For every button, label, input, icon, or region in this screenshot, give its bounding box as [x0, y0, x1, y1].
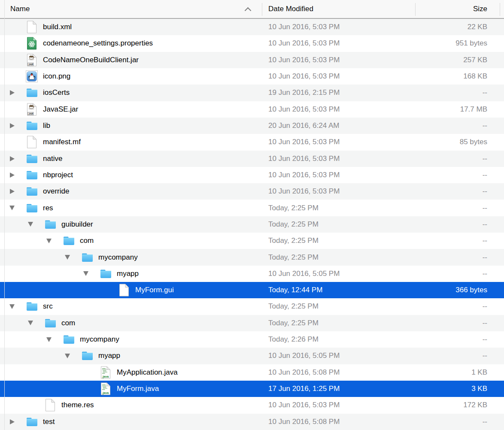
disclosure-triangle-collapsed-icon[interactable]	[9, 156, 26, 161]
file-row[interactable]: res Today, 2:25 PM --	[0, 200, 504, 216]
file-row[interactable]: nbproject 10 Jun 2016, 5:03 PM --	[0, 167, 504, 183]
folder-icon	[81, 349, 93, 363]
disclosure-triangle-expanded-icon[interactable]	[65, 354, 81, 358]
file-name: icon.png	[43, 72, 70, 81]
file-row[interactable]: guibuilder Today, 2:25 PM --	[0, 216, 504, 233]
date-modified: 19 Jun 2016, 2:15 PM	[268, 88, 340, 97]
file-row[interactable]: iosCerts 19 Jun 2016, 2:15 PM --	[0, 85, 504, 101]
file-name: nbproject	[43, 171, 73, 179]
file-name: MyForm.gui	[135, 286, 174, 294]
column-header-size[interactable]: Size	[473, 5, 487, 13]
date-modified: Today, 2:25 PM	[268, 319, 319, 327]
disclosure-triangle-expanded-icon[interactable]	[65, 255, 81, 260]
file-row[interactable]: codenameone_settings.properties 10 Jun 2…	[0, 35, 504, 51]
file-row[interactable]: build.xml 10 Jun 2016, 5:03 PM 22 KB	[0, 19, 504, 35]
file-row[interactable]: override 10 Jun 2016, 5:03 PM --	[0, 183, 504, 200]
file-row[interactable]: mycompany Today, 2:25 PM --	[0, 249, 504, 265]
folder-icon	[26, 185, 38, 198]
disclosure-triangle-expanded-icon[interactable]	[28, 222, 44, 227]
file-row[interactable]: JAR CodeNameOneBuildClient.jar 10 Jun 20…	[0, 52, 504, 68]
disclosure-triangle-collapsed-icon[interactable]	[9, 123, 26, 128]
file-name: test	[43, 418, 55, 426]
file-size: --	[483, 171, 487, 179]
file-row[interactable]: mycompany Today, 2:26 PM --	[0, 331, 504, 348]
date-modified: 10 Jun 2016, 5:08 PM	[268, 368, 340, 377]
disclosure-triangle-expanded-icon[interactable]	[9, 304, 26, 309]
date-modified: 10 Jun 2016, 5:03 PM	[268, 401, 340, 409]
folder-icon	[26, 300, 38, 313]
file-row[interactable]: manifest.mf 10 Jun 2016, 5:03 PM 85 byte…	[0, 134, 504, 150]
column-divider[interactable]	[500, 3, 500, 16]
svg-text:JAR: JAR	[28, 112, 33, 115]
file-row[interactable]: lib 20 Jun 2016, 6:24 AM --	[0, 118, 504, 134]
date-modified: 10 Jun 2016, 5:08 PM	[268, 418, 340, 426]
svg-text:JAR: JAR	[28, 63, 33, 66]
file-name: res	[43, 204, 53, 212]
file-row[interactable]: icon.png 10 Jun 2016, 5:03 PM 168 KB	[0, 68, 504, 85]
file-row[interactable]: test 10 Jun 2016, 5:08 PM --	[0, 414, 504, 430]
disclosure-triangle-expanded-icon[interactable]	[9, 206, 26, 210]
file-size: --	[483, 88, 487, 97]
file-row[interactable]: com Today, 2:25 PM --	[0, 315, 504, 331]
file-name: theme.res	[61, 401, 94, 409]
date-modified: 10 Jun 2016, 5:03 PM	[268, 72, 340, 81]
list-header: Name Date Modified Size	[0, 0, 504, 19]
column-divider[interactable]	[262, 3, 262, 16]
file-name: build.xml	[43, 23, 72, 31]
folder-icon	[100, 267, 112, 281]
date-modified: 10 Jun 2016, 5:03 PM	[268, 154, 340, 163]
file-row[interactable]: MyForm.gui Today, 12:44 PM 366 bytes	[0, 282, 504, 298]
date-modified: Today, 12:44 PM	[268, 286, 322, 294]
file-size: --	[483, 319, 487, 327]
date-modified: 10 Jun 2016, 5:05 PM	[268, 270, 340, 278]
disclosure-triangle-collapsed-icon[interactable]	[9, 173, 26, 178]
column-header-name[interactable]: Name	[10, 5, 30, 13]
file-name: override	[43, 187, 69, 196]
file-size: --	[483, 121, 487, 130]
folder-icon	[63, 234, 75, 248]
column-header-date[interactable]: Date Modified	[268, 5, 313, 13]
date-modified: 10 Jun 2016, 5:03 PM	[268, 187, 340, 196]
date-modified: Today, 2:25 PM	[268, 236, 319, 245]
disclosure-triangle-expanded-icon[interactable]	[83, 271, 100, 276]
finder-list-view: Name Date Modified Size build.xml 10 Jun…	[0, 0, 504, 430]
file-row[interactable]: myapp 10 Jun 2016, 5:05 PM --	[0, 266, 504, 282]
file-name: lib	[43, 121, 50, 130]
file-row[interactable]: native 10 Jun 2016, 5:03 PM --	[0, 151, 504, 167]
date-modified: 10 Jun 2016, 5:03 PM	[268, 105, 340, 114]
file-size: 85 bytes	[460, 138, 487, 146]
disclosure-triangle-collapsed-icon[interactable]	[9, 90, 26, 95]
disclosure-triangle-expanded-icon[interactable]	[28, 321, 44, 325]
folder-icon	[44, 316, 56, 330]
file-row[interactable]: myapp 10 Jun 2016, 5:05 PM --	[0, 348, 504, 364]
date-modified: 10 Jun 2016, 5:05 PM	[268, 351, 340, 360]
disclosure-triangle-collapsed-icon[interactable]	[9, 419, 26, 424]
file-row[interactable]: com Today, 2:25 PM --	[0, 233, 504, 249]
date-modified: Today, 2:25 PM	[268, 220, 319, 229]
file-name: iosCerts	[43, 88, 70, 97]
document-icon	[26, 135, 38, 149]
file-row[interactable]: .java MyForm.java 17 Jun 2016, 1:25 PM 3…	[0, 381, 504, 397]
file-name: mycompany	[98, 253, 138, 262]
file-row[interactable]: JAR JavaSE.jar 10 Jun 2016, 5:03 PM 17.7…	[0, 101, 504, 118]
file-name: MyApplication.java	[117, 368, 178, 377]
date-modified: 10 Jun 2016, 5:03 PM	[268, 171, 340, 179]
file-size: 17.7 MB	[460, 105, 487, 114]
file-size: --	[483, 302, 487, 311]
file-size: 951 bytes	[455, 39, 487, 48]
date-modified: 10 Jun 2016, 5:03 PM	[268, 56, 340, 64]
file-size: 366 bytes	[455, 286, 487, 294]
disclosure-triangle-expanded-icon[interactable]	[46, 239, 63, 243]
disclosure-triangle-expanded-icon[interactable]	[46, 337, 63, 342]
document-icon	[118, 283, 130, 297]
column-divider[interactable]	[415, 3, 416, 16]
file-row[interactable]: theme.res 10 Jun 2016, 5:03 PM 172 KB	[0, 397, 504, 413]
file-name: com	[61, 319, 75, 327]
file-row[interactable]: .java MyApplication.java 10 Jun 2016, 5:…	[0, 364, 504, 381]
file-row[interactable]: src Today, 2:25 PM --	[0, 298, 504, 315]
sort-ascending-icon[interactable]	[245, 7, 252, 14]
file-size: --	[483, 418, 487, 426]
date-modified: 10 Jun 2016, 5:03 PM	[268, 138, 340, 146]
date-modified: 10 Jun 2016, 5:03 PM	[268, 23, 340, 31]
disclosure-triangle-collapsed-icon[interactable]	[9, 189, 26, 194]
